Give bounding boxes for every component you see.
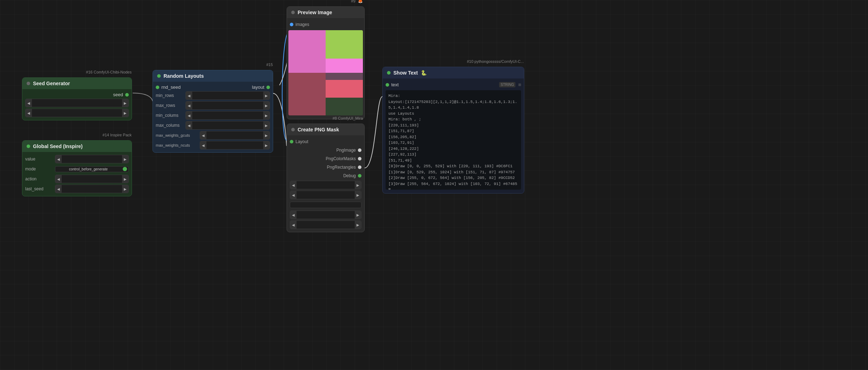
max-rows-group[interactable]: ◀ 2 ▶ xyxy=(186,101,270,110)
control-value-input[interactable]: fixed xyxy=(77,110,122,115)
png-rect-output-connector[interactable] xyxy=(358,165,361,169)
height-dec[interactable]: ◀ xyxy=(290,191,297,199)
width-inc[interactable]: ▶ xyxy=(355,181,361,189)
gs-action-input[interactable]: randomize xyxy=(62,176,122,181)
colum-first-group[interactable]: Colum_first false xyxy=(290,202,361,208)
width-row: ◀ Width 1024 ▶ xyxy=(287,180,364,190)
gs-mode-toggle[interactable] xyxy=(123,167,127,171)
max-weights-ncuts-input[interactable]: 2.0 xyxy=(206,143,263,148)
gs-action-dec[interactable]: ◀ xyxy=(55,175,62,183)
control-inc-button[interactable]: ▶ xyxy=(122,109,128,117)
colums-value-input[interactable]: 1 xyxy=(326,222,355,227)
min-rows-dec[interactable]: ◀ xyxy=(186,92,192,99)
text-in-label: text xyxy=(391,82,399,87)
rows-value-input[interactable]: 1 xyxy=(326,212,355,217)
min-colums-dec[interactable]: ◀ xyxy=(186,111,192,119)
max-weights-gcuts-group[interactable]: ◀ 2.0 ▶ xyxy=(200,131,270,140)
global-seed-node: #14 Inspire Pack Global Seed (Inspire) v… xyxy=(22,140,132,196)
height-group[interactable]: ◀ Height 1024 ▶ xyxy=(290,191,361,199)
show-text-node: #10 pythongosssss/ComfyUI-C... Show Text… xyxy=(382,67,524,194)
max-rows-dec[interactable]: ◀ xyxy=(186,102,192,109)
min-colums-input[interactable]: 1 xyxy=(192,113,263,118)
gs-action-inc[interactable]: ▶ xyxy=(122,175,128,183)
png-image-label: PngImage xyxy=(336,148,356,153)
colums-dec[interactable]: ◀ xyxy=(290,221,297,229)
seed-dec-button[interactable]: ◀ xyxy=(26,99,32,107)
rnd-seed-input-connector[interactable] xyxy=(156,86,159,89)
max-weights-gcuts-dec[interactable]: ◀ xyxy=(200,131,206,139)
max-weights-ncuts-label: max_weights_ncuts xyxy=(156,143,198,147)
layout-input-connector[interactable] xyxy=(290,140,293,143)
png-color-output-connector[interactable] xyxy=(358,157,361,160)
rows-group[interactable]: ◀ Rows 1 ▶ xyxy=(290,211,361,219)
gs-lastseed-input[interactable]: 2713053195 xyxy=(62,186,122,191)
gs-value-inc[interactable]: ▶ xyxy=(122,155,128,163)
debug-output-connector[interactable] xyxy=(358,174,361,178)
min-rows-group[interactable]: ◀ 1 ▶ xyxy=(186,91,270,100)
max-weights-gcuts-inc[interactable]: ▶ xyxy=(263,131,270,139)
gs-lastseed-dec[interactable]: ◀ xyxy=(55,185,62,193)
global-seed-title: Global Seed (Inspire) xyxy=(33,143,83,149)
min-colums-group[interactable]: ◀ 1 ▶ xyxy=(186,111,270,120)
colums-group[interactable]: ◀ Colums 1 ▶ xyxy=(290,221,361,229)
min-colums-inc[interactable]: ▶ xyxy=(263,111,270,119)
png-image-output-connector[interactable] xyxy=(358,148,361,152)
control-label-input[interactable]: control_after_generate xyxy=(32,111,77,115)
max-weights-ncuts-row: max_weights_ncuts ◀ 2.0 ▶ xyxy=(153,140,273,150)
rows-label-input: Rows xyxy=(297,213,326,217)
seed-value-input[interactable]: 1721475203 xyxy=(32,100,122,105)
string-badge: STRING xyxy=(499,82,515,87)
min-rows-inc[interactable]: ▶ xyxy=(263,92,270,99)
rows-inc[interactable]: ▶ xyxy=(355,211,361,219)
colum-first-value-input[interactable]: false xyxy=(328,202,361,207)
gs-mode-group[interactable]: control_before_generate xyxy=(55,166,129,172)
width-group[interactable]: ◀ Width 1024 ▶ xyxy=(290,181,361,189)
max-weights-ncuts-group[interactable]: ◀ 2.0 ▶ xyxy=(200,141,270,149)
gs-value-row: value ◀ 1721475203 ▶ xyxy=(22,154,132,164)
max-rows-inc[interactable]: ▶ xyxy=(263,102,270,109)
create-png-badge: #8 ComfyUI_Mira xyxy=(332,116,363,120)
max-colums-inc[interactable]: ▶ xyxy=(263,121,270,129)
gs-lastseed-group[interactable]: ◀ 2713053195 ▶ xyxy=(55,185,129,193)
control-dec-button[interactable]: ◀ xyxy=(26,109,32,117)
gs-value-input[interactable]: 1721475203 xyxy=(62,157,122,162)
min-colums-row: min_colums ◀ 1 ▶ xyxy=(153,110,273,120)
max-weights-ncuts-dec[interactable]: ◀ xyxy=(200,141,206,149)
min-rows-input[interactable]: 1 xyxy=(192,93,263,98)
gs-value-group[interactable]: ◀ 1721475203 ▶ xyxy=(55,155,129,163)
width-value-input[interactable]: 1024 xyxy=(326,183,355,187)
max-weights-ncuts-inc[interactable]: ▶ xyxy=(263,141,270,149)
text-input-connector[interactable] xyxy=(386,83,389,87)
layout-output-connector[interactable] xyxy=(266,86,270,89)
gs-mode-value: control_before_generate xyxy=(55,167,121,172)
gs-lastseed-inc[interactable]: ▶ xyxy=(122,185,128,193)
control-group[interactable]: ◀ control_after_generate fixed ▶ xyxy=(25,109,129,117)
max-colums-group[interactable]: ◀ 2 ▶ xyxy=(186,121,270,130)
height-value-input[interactable]: 1024 xyxy=(326,192,355,197)
height-inc[interactable]: ▶ xyxy=(355,191,361,199)
preview-image-body: images xyxy=(287,18,364,119)
colums-inc[interactable]: ▶ xyxy=(355,221,361,229)
layout-out-label: layout xyxy=(252,85,264,90)
seed-inc-button[interactable]: ▶ xyxy=(122,99,128,107)
random-layouts-header: Random Layouts xyxy=(153,70,273,82)
seed-output-connector[interactable] xyxy=(125,93,129,97)
images-input-connector[interactable] xyxy=(290,23,293,26)
png-rect-label: PngRectangles xyxy=(327,165,356,170)
max-weights-gcuts-input[interactable]: 2.0 xyxy=(206,133,263,138)
max-colums-input[interactable]: 2 xyxy=(192,123,263,128)
max-rows-input[interactable]: 2 xyxy=(192,103,263,108)
seed-value-group[interactable]: ◀ 1721475203 ▶ xyxy=(25,99,129,107)
gs-action-group[interactable]: ◀ randomize ▶ xyxy=(55,175,129,183)
show-text-badge: #10 pythongosssss/ComfyUI-C... xyxy=(467,59,524,64)
png-image-output-row: PngImage xyxy=(287,146,364,154)
max-weights-gcuts-label: max_weights_gcuts xyxy=(156,133,198,137)
min-rows-row: min_rows ◀ 1 ▶ xyxy=(153,91,273,100)
create-png-title: Create PNG Mask xyxy=(298,127,339,132)
gs-value-dec[interactable]: ◀ xyxy=(55,155,62,163)
width-dec[interactable]: ◀ xyxy=(290,181,297,189)
png-color-output-row: PngColorMasks xyxy=(287,154,364,163)
rows-dec[interactable]: ◀ xyxy=(290,211,297,219)
max-colums-dec[interactable]: ◀ xyxy=(186,121,192,129)
min-rows-label: min_rows xyxy=(156,93,184,98)
